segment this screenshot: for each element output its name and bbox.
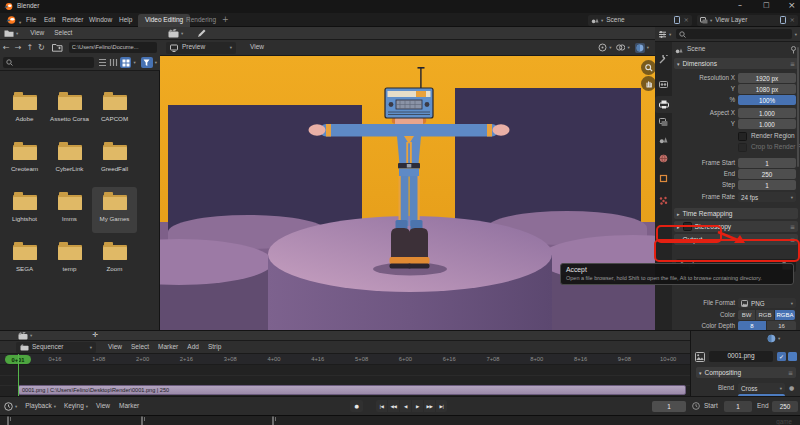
folder-item[interactable]: temp bbox=[47, 237, 92, 283]
seq-menu-view[interactable]: View bbox=[108, 344, 122, 351]
auto-key-button[interactable]: ● bbox=[350, 400, 363, 412]
strip-filename-field[interactable]: 0001.png bbox=[709, 351, 773, 362]
seq-menu-strip[interactable]: Strip bbox=[208, 344, 221, 351]
properties-tab-particles[interactable] bbox=[659, 196, 668, 205]
image-strip[interactable]: 0001.png | C:\Users\Felino\Desktop\Rende… bbox=[18, 385, 686, 395]
sequencer-editor-icon[interactable] bbox=[18, 332, 28, 340]
folder-item[interactable]: CAPCOM bbox=[92, 87, 137, 133]
chevron-down-icon[interactable]: ▾ bbox=[647, 45, 649, 50]
file-browser-menu-view[interactable]: View bbox=[30, 30, 44, 37]
resolution-percent-slider[interactable]: 100% bbox=[738, 95, 796, 105]
folder-item-selected[interactable]: My Games bbox=[92, 187, 137, 233]
new-scene-icon[interactable] bbox=[674, 16, 681, 24]
tweak-tool-icon[interactable]: ✛ bbox=[92, 332, 98, 339]
frame-rate-dropdown[interactable]: 24 fps▾ bbox=[738, 192, 796, 202]
folder-item[interactable]: Zoom bbox=[92, 237, 137, 283]
timeline-ruler[interactable]: 0+16 1+08 2+00 2+16 3+08 4+00 4+16 5+08 … bbox=[0, 354, 690, 365]
folder-item[interactable]: CyberLink bbox=[47, 137, 92, 183]
maximize-button[interactable]: □ bbox=[763, 2, 770, 9]
end-frame-field[interactable]: 250 bbox=[772, 401, 798, 412]
panel-header-time-remapping[interactable]: ▸ Time Remapping bbox=[674, 208, 798, 219]
render-region-checkbox[interactable]: Render Region bbox=[738, 132, 795, 141]
properties-tab-scene[interactable] bbox=[659, 135, 668, 144]
properties-tab-view-layer[interactable] bbox=[659, 118, 668, 127]
overlays-icon[interactable] bbox=[616, 43, 625, 52]
color-rgba-button[interactable]: RGBA bbox=[775, 310, 795, 320]
gizmo-options-icon[interactable] bbox=[598, 43, 607, 52]
panel-header-dimensions[interactable]: ▾ Dimensions ≡ bbox=[674, 58, 798, 69]
folder-item[interactable]: Adobe bbox=[2, 87, 47, 133]
forward-icon[interactable]: → bbox=[15, 44, 22, 52]
refresh-icon[interactable]: ↻ bbox=[38, 44, 45, 52]
color-bw-button[interactable]: BW bbox=[738, 310, 755, 320]
panel-menu-icon[interactable]: ≡ bbox=[790, 223, 795, 230]
seq-overlay-toggle[interactable]: ▾ bbox=[767, 334, 780, 343]
folder-item[interactable]: SEGA bbox=[2, 237, 47, 283]
remove-layer-icon[interactable]: × bbox=[790, 17, 795, 24]
color-rgb-button[interactable]: RGB bbox=[756, 310, 774, 320]
preview-menu-view[interactable]: View bbox=[250, 44, 264, 51]
chevron-down-icon[interactable]: ▾ bbox=[795, 32, 797, 37]
chevron-down-icon[interactable]: ▾ bbox=[155, 60, 157, 65]
clock-icon[interactable] bbox=[4, 402, 13, 411]
jump-to-end-button[interactable]: ▶| bbox=[436, 400, 447, 412]
new-layer-icon[interactable] bbox=[780, 16, 787, 24]
seq-menu-select[interactable]: Select bbox=[131, 344, 149, 351]
strip-color-swatch[interactable] bbox=[788, 352, 797, 361]
create-folder-icon[interactable] bbox=[52, 43, 63, 52]
start-frame-field[interactable]: 1 bbox=[724, 401, 752, 412]
folder-item[interactable]: GreedFall bbox=[92, 137, 137, 183]
playback-menu[interactable]: Playback bbox=[25, 403, 51, 410]
prev-keyframe-button[interactable]: ◀◀ bbox=[388, 400, 399, 412]
pan-gizmo-button[interactable] bbox=[641, 76, 655, 91]
seq-menu-marker[interactable]: Marker bbox=[158, 344, 178, 351]
panel-menu-icon[interactable]: ≡ bbox=[788, 369, 793, 376]
frame-end-field[interactable]: 250 bbox=[738, 169, 796, 179]
annotate-tool-icon[interactable] bbox=[197, 29, 206, 38]
strip-mute-checkbox[interactable]: ✓ bbox=[777, 352, 786, 361]
sequencer-editor-icon[interactable] bbox=[168, 29, 179, 38]
folder-item[interactable]: Creoteam bbox=[2, 137, 47, 183]
menu-help[interactable]: Help bbox=[119, 17, 132, 24]
marker-menu[interactable]: Marker bbox=[119, 403, 139, 410]
shading-mode-icon[interactable] bbox=[635, 43, 645, 53]
back-icon[interactable]: ← bbox=[3, 44, 10, 52]
parent-dir-icon[interactable]: ↑ bbox=[26, 44, 33, 52]
frame-step-field[interactable]: 1 bbox=[738, 180, 796, 190]
breadcrumb-scene[interactable]: Scene bbox=[687, 46, 790, 53]
properties-tab-output-active[interactable] bbox=[655, 96, 672, 113]
minimize-button[interactable]: – bbox=[738, 2, 742, 10]
menu-render[interactable]: Render bbox=[62, 17, 83, 24]
close-button[interactable]: × bbox=[788, 1, 796, 10]
blender-menu-icon[interactable] bbox=[6, 15, 16, 25]
path-field[interactable]: C:\Users\Felino\Docume... bbox=[69, 42, 157, 53]
menu-edit[interactable]: Edit bbox=[44, 17, 55, 24]
properties-tab-object[interactable] bbox=[659, 174, 668, 183]
preview-viewport[interactable] bbox=[160, 56, 655, 330]
preview-mode-dropdown[interactable]: Preview ▾ bbox=[166, 42, 236, 54]
aspect-y-field[interactable]: 1.000 bbox=[738, 119, 796, 129]
aspect-x-field[interactable]: 1.000 bbox=[738, 108, 796, 118]
pin-icon[interactable] bbox=[790, 46, 797, 54]
current-frame-field[interactable]: 1 bbox=[652, 401, 686, 412]
next-keyframe-button[interactable]: ▶▶ bbox=[424, 400, 435, 412]
properties-scrollbar[interactable] bbox=[797, 47, 799, 167]
frame-start-field[interactable]: 1 bbox=[738, 158, 796, 168]
panel-header-compositing[interactable]: ▾ Compositing ≡ bbox=[696, 367, 796, 378]
animate-property-dot[interactable]: ● bbox=[789, 384, 794, 391]
file-format-dropdown[interactable]: PNG ▾ bbox=[738, 298, 796, 308]
chevron-down-icon[interactable]: ▾ bbox=[609, 45, 611, 50]
properties-tab-tool[interactable] bbox=[659, 55, 668, 64]
display-horizontal-list-icon[interactable] bbox=[109, 58, 118, 67]
play-reverse-button[interactable]: ◀ bbox=[400, 400, 411, 412]
properties-tab-world[interactable] bbox=[659, 154, 668, 163]
properties-search-input[interactable] bbox=[676, 29, 791, 39]
properties-tab-render[interactable] bbox=[659, 80, 668, 89]
jump-to-start-button[interactable]: |◀ bbox=[376, 400, 387, 412]
display-vertical-list-icon[interactable] bbox=[98, 58, 107, 67]
resolution-x-field[interactable]: 1920 px bbox=[738, 73, 796, 83]
file-browser-editor-icon[interactable] bbox=[4, 29, 14, 38]
tab-video-editing[interactable]: Video Editing bbox=[138, 14, 190, 27]
panel-menu-icon[interactable]: ≡ bbox=[790, 60, 795, 67]
scene-selector[interactable]: ▾ Scene × bbox=[588, 15, 692, 26]
